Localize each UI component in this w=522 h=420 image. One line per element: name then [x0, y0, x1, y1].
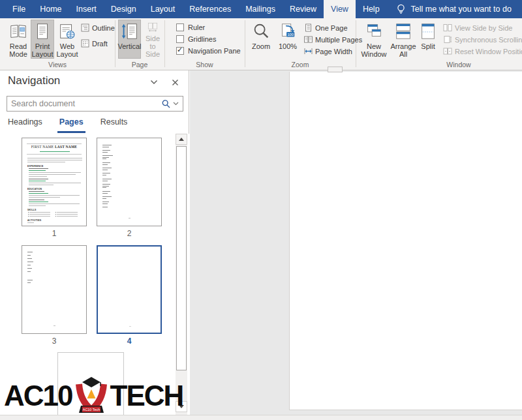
thumb-text-line	[29, 168, 48, 169]
search-options-chevron-icon[interactable]	[173, 102, 179, 106]
page-thumbnail-label[interactable]: 1	[22, 229, 87, 238]
page-thumbnail-1[interactable]: FIRST NAME LAST NAMEEXPERIENCEEDUCATIONS…	[22, 138, 87, 226]
thumbnail-page-preview	[58, 353, 123, 415]
read-mode-button[interactable]: Read Mode	[7, 20, 30, 59]
scrollbar-down-button[interactable]	[176, 401, 187, 412]
page-thumbnail-label[interactable]: 4	[97, 337, 162, 346]
thumb-text-line	[57, 212, 78, 213]
thumb-text-line	[29, 174, 76, 175]
menu-tab-references[interactable]: References	[182, 0, 238, 18]
page-thumbnail-2[interactable]	[97, 138, 162, 226]
thumb-text-line	[102, 164, 108, 165]
one-page-button[interactable]: One Page	[304, 23, 348, 33]
search-input[interactable]	[7, 99, 161, 108]
document-page[interactable]	[289, 72, 522, 410]
navigation-pane-checkbox[interactable]: Navigation Pane	[176, 46, 241, 55]
menu-tab-design[interactable]: Design	[104, 0, 144, 18]
thumb-text-line	[102, 187, 106, 188]
tell-me-label: Tell me what you want to do	[411, 5, 512, 14]
navigation-pane: Navigation	[0, 70, 189, 415]
thumb-text-line	[102, 179, 112, 179]
ribbon-view-tab-panel: Read Mode Print Layout Web Layout Outl	[0, 18, 522, 70]
scrollbar-up-button[interactable]	[176, 134, 187, 145]
menu-tab-insert[interactable]: Insert	[69, 0, 104, 18]
menu-tab-mailings[interactable]: Mailings	[238, 0, 283, 18]
zoom-button[interactable]: Zoom	[248, 20, 274, 59]
thumb-text-line	[28, 216, 29, 217]
menu-tab-view[interactable]: View	[324, 0, 356, 18]
synchronous-scrolling-label: Synchronous Scrolling	[455, 36, 522, 44]
pane-options-chevron-button[interactable]	[148, 76, 160, 88]
read-mode-label: Read Mode	[7, 42, 29, 58]
nav-tab-results[interactable]: Results	[100, 117, 128, 133]
page-width-button[interactable]: Page Width	[304, 46, 352, 56]
thumb-text-line	[55, 214, 56, 215]
page-thumbnail-label[interactable]: 2	[97, 229, 162, 238]
nav-scrollbar[interactable]	[176, 134, 187, 415]
scrollbar-thumb[interactable]	[176, 146, 187, 370]
draft-label: Draft	[92, 40, 108, 48]
print-layout-label: Print Layout	[31, 42, 54, 58]
thumb-text-line	[55, 216, 56, 217]
read-mode-icon	[8, 22, 28, 41]
thumb-text-line	[102, 181, 108, 181]
thumb-text-line	[40, 151, 70, 153]
menu-tab-home[interactable]: Home	[33, 0, 69, 18]
thumb-text-line	[29, 202, 48, 202]
thumb-text-line	[29, 179, 48, 179]
vertical-button[interactable]: Vertical	[118, 20, 141, 59]
menu-tab-review[interactable]: Review	[283, 0, 324, 18]
outline-button[interactable]: Outline	[81, 23, 115, 33]
thumb-text-line	[129, 326, 131, 327]
new-window-button[interactable]: New Window	[360, 20, 388, 59]
reset-window-position-icon	[443, 47, 452, 55]
multiple-pages-button[interactable]: Multiple Pages	[304, 35, 362, 44]
thumb-text-line	[102, 157, 109, 158]
thumb-text-line	[102, 145, 112, 145]
draft-icon	[81, 39, 89, 48]
zoom-100-button[interactable]: 100 100%	[275, 20, 301, 59]
vertical-label: Vertical	[117, 42, 141, 50]
print-layout-button[interactable]: Print Layout	[31, 20, 54, 59]
web-layout-button[interactable]: Web Layout	[55, 20, 80, 59]
draft-button[interactable]: Draft	[81, 38, 108, 48]
menu-tab-file[interactable]: File	[5, 0, 33, 18]
thumb-text-line	[27, 258, 32, 259]
page-movement-group-label: Page Movement	[115, 60, 164, 69]
thumb-text-line	[102, 186, 109, 187]
page-thumbnails-area: FIRST NAME LAST NAMEEXPERIENCEEDUCATIONS…	[0, 134, 189, 415]
thumb-text-line	[29, 214, 50, 215]
ribbon-tab-bar: FileHomeInsertDesignLayoutReferencesMail…	[0, 0, 522, 18]
ruler-checkbox[interactable]: Ruler	[176, 23, 205, 32]
menu-tab-help[interactable]: Help	[356, 0, 387, 18]
zoom-label: Zoom	[252, 42, 270, 50]
web-layout-label: Web Layout	[55, 42, 79, 58]
thumb-text-line	[102, 198, 106, 199]
gridlines-label: Gridlines	[188, 35, 216, 43]
navigation-pane-label: Navigation Pane	[188, 47, 241, 55]
nav-tab-headings[interactable]: Headings	[8, 117, 42, 133]
menu-tab-layout[interactable]: Layout	[144, 0, 183, 18]
arrange-all-button[interactable]: Arrange All	[389, 20, 418, 59]
search-icon[interactable]	[161, 99, 171, 109]
nav-tab-pages[interactable]: Pages	[59, 117, 84, 133]
close-pane-button[interactable]	[169, 76, 181, 88]
page-thumbnail-5[interactable]	[57, 352, 124, 415]
multiple-pages-icon	[304, 35, 313, 44]
thumb-text-line	[28, 214, 29, 215]
thumb-text-line	[27, 280, 33, 280]
gridlines-checkbox[interactable]: Gridlines	[176, 35, 216, 44]
word-application-window: FileHomeInsertDesignLayoutReferencesMail…	[0, 0, 522, 420]
thumb-text-line	[29, 183, 81, 183]
split-button[interactable]: Split	[418, 20, 438, 59]
thumb-text-line	[129, 218, 130, 218]
page-thumbnail-4[interactable]	[97, 245, 162, 334]
page-thumbnail-3[interactable]	[22, 245, 87, 334]
show-group-label: Show	[164, 60, 245, 69]
thumb-text-line	[102, 152, 108, 153]
checkbox-icon	[176, 47, 184, 55]
chevron-down-icon	[150, 80, 158, 85]
tell-me-box[interactable]: Tell me what you want to do	[396, 0, 512, 18]
page-thumbnail-label[interactable]: 3	[22, 337, 87, 346]
thumb-text-line	[27, 262, 33, 262]
